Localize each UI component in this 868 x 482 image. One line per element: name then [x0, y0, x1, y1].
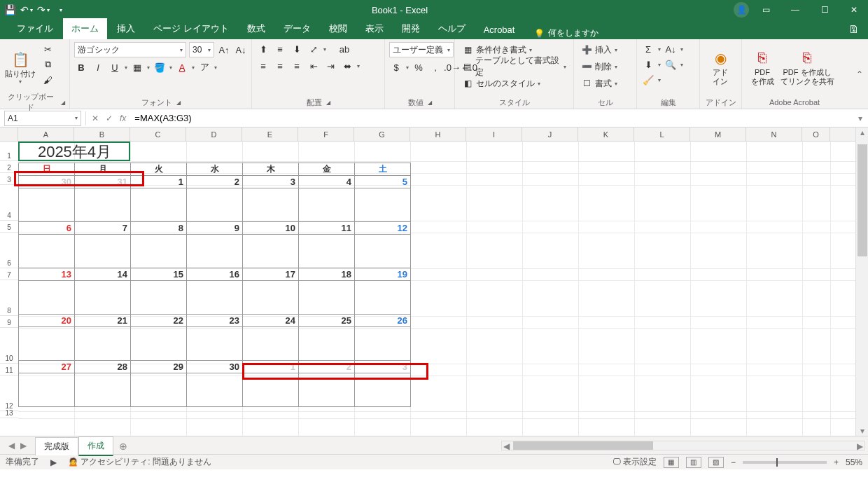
addins-button[interactable]: ◉アド イン — [704, 42, 736, 92]
hscroll-thumb[interactable] — [513, 441, 653, 450]
row-header-5[interactable]: 5 — [0, 221, 18, 233]
row-header-13[interactable]: 13 — [0, 411, 18, 418]
orientation-icon[interactable]: ⤢ — [307, 42, 321, 56]
tab-data[interactable]: データ — [275, 18, 319, 39]
close-button[interactable]: ✕ — [844, 3, 864, 17]
expand-formula-bar-icon[interactable]: ▾ — [853, 113, 868, 123]
tab-review[interactable]: 校閲 — [321, 18, 356, 39]
phonetic-icon[interactable]: ア — [197, 60, 211, 74]
sheet-nav-prev-icon[interactable]: ◀ — [6, 441, 18, 450]
dialog-launcher-icon[interactable]: ◢ — [61, 99, 65, 106]
fill-color-icon[interactable]: 🪣 — [153, 60, 167, 74]
comma-icon[interactable]: , — [428, 60, 442, 74]
align-middle-icon[interactable]: ≡ — [273, 42, 287, 56]
fill-icon[interactable]: ⬇ — [641, 57, 655, 71]
italic-button[interactable]: I — [91, 60, 105, 74]
paste-button[interactable]: 📋 貼り付け ▾ — [4, 42, 36, 92]
wrap-text-icon[interactable]: ab — [337, 42, 351, 56]
column-header-E[interactable]: E — [242, 128, 298, 141]
display-settings-button[interactable]: 🖵 表示設定 — [612, 456, 657, 468]
vscroll-thumb[interactable] — [858, 144, 867, 256]
column-header-I[interactable]: I — [466, 128, 522, 141]
collapse-ribbon-icon[interactable]: ⌃ — [851, 39, 868, 109]
column-header-O[interactable]: O — [802, 128, 830, 141]
format-cells-button[interactable]: ☐書式▾ — [578, 76, 620, 91]
tab-file[interactable]: ファイル — [8, 18, 62, 39]
increase-font-icon[interactable]: A↑ — [217, 43, 231, 57]
tab-insert[interactable]: 挿入 — [108, 18, 144, 39]
autosum-icon[interactable]: Σ — [641, 42, 655, 56]
save-icon[interactable]: 💾 — [4, 4, 15, 15]
dialog-launcher-icon[interactable]: ◢ — [176, 99, 181, 106]
insert-cells-button[interactable]: ➕挿入▾ — [578, 42, 620, 57]
tab-developer[interactable]: 開発 — [393, 18, 428, 39]
tell-me[interactable]: 💡 何をしますか — [534, 27, 598, 39]
format-painter-icon[interactable]: 🖌 — [41, 73, 55, 87]
dialog-launcher-icon[interactable]: ◢ — [326, 99, 330, 106]
worksheet-grid[interactable]: ABCDEFGHIJKLMNO 12345678910111213 2025年4… — [0, 128, 868, 436]
column-header-F[interactable]: F — [298, 128, 354, 141]
delete-cells-button[interactable]: ➖削除▾ — [578, 59, 620, 74]
row-header-12[interactable]: 12 — [0, 376, 18, 411]
row-header-1[interactable]: 1 — [0, 142, 18, 161]
tab-help[interactable]: ヘルプ — [430, 18, 474, 39]
bold-button[interactable]: B — [74, 60, 88, 74]
increase-indent-icon[interactable]: ⇥ — [323, 59, 337, 73]
zoom-in-button[interactable]: + — [834, 457, 839, 467]
column-header-B[interactable]: B — [74, 128, 130, 141]
ribbon-share-icon[interactable]: 🖻 — [839, 20, 868, 39]
decrease-indent-icon[interactable]: ⇤ — [307, 59, 321, 73]
minimize-button[interactable]: — — [785, 3, 805, 17]
clear-icon[interactable]: 🧹 — [641, 73, 655, 87]
share-pdf-button[interactable]: ⎘PDF を作成し てリンクを共有 — [783, 42, 832, 92]
cell-styles-button[interactable]: ◧セルのスタイル▾ — [459, 76, 543, 91]
row-header-9[interactable]: 9 — [0, 316, 18, 328]
macro-record-icon[interactable]: ▶ — [50, 457, 57, 467]
tab-page-layout[interactable]: ページ レイアウト — [145, 18, 237, 39]
tab-acrobat[interactable]: Acrobat — [475, 20, 524, 39]
row-header-6[interactable]: 6 — [0, 233, 18, 268]
enter-formula-icon[interactable]: ✓ — [106, 113, 113, 123]
tab-home[interactable]: ホーム — [63, 18, 107, 39]
column-header-L[interactable]: L — [634, 128, 690, 141]
zoom-slider[interactable] — [743, 461, 827, 464]
accessibility-status[interactable]: 🙍 アクセシビリティ: 問題ありません — [68, 456, 211, 468]
name-box[interactable]: A1▾ — [4, 111, 81, 126]
customize-qat-icon[interactable]: ▾ — [55, 4, 66, 15]
row-header-10[interactable]: 10 — [0, 328, 18, 364]
fx-icon[interactable]: fx — [120, 113, 126, 123]
column-header-K[interactable]: K — [578, 128, 634, 141]
page-layout-view-icon[interactable]: ▥ — [686, 457, 701, 468]
vertical-scrollbar[interactable]: ▴ ▾ — [855, 128, 868, 436]
decrease-font-icon[interactable]: A↓ — [234, 43, 248, 57]
maximize-button[interactable]: ☐ — [815, 3, 834, 17]
redo-icon[interactable]: ↷▾ — [38, 4, 49, 15]
copy-icon[interactable]: ⧉ — [41, 57, 55, 71]
zoom-out-button[interactable]: − — [731, 457, 736, 467]
row-header-7[interactable]: 7 — [0, 268, 18, 280]
row-header-11[interactable]: 11 — [0, 364, 18, 376]
create-pdf-button[interactable]: ⎘PDF を作成 — [746, 42, 778, 92]
column-header-N[interactable]: N — [746, 128, 802, 141]
cut-icon[interactable]: ✂ — [41, 42, 55, 56]
column-header-C[interactable]: C — [130, 128, 186, 141]
formula-input[interactable] — [132, 111, 853, 126]
normal-view-icon[interactable]: ▦ — [664, 457, 679, 468]
row-header-4[interactable]: 4 — [0, 185, 18, 221]
align-left-icon[interactable]: ≡ — [256, 59, 270, 73]
sort-filter-icon[interactable]: A↓ — [664, 42, 678, 56]
column-header-D[interactable]: D — [186, 128, 242, 141]
tab-view[interactable]: 表示 — [357, 18, 392, 39]
align-right-icon[interactable]: ≡ — [290, 59, 304, 73]
column-header-G[interactable]: G — [354, 128, 410, 141]
number-format-combo[interactable]: ユーザー定義▾ — [389, 42, 454, 57]
sheet-nav-next-icon[interactable]: ▶ — [18, 441, 29, 450]
dialog-launcher-icon[interactable]: ◢ — [428, 99, 432, 106]
align-center-icon[interactable]: ≡ — [273, 59, 287, 73]
find-icon[interactable]: 🔍 — [664, 57, 678, 71]
column-header-A[interactable]: A — [18, 128, 74, 141]
sheet-tab-0[interactable]: 完成版 — [35, 437, 78, 455]
merge-icon[interactable]: ⬌ — [340, 59, 354, 73]
tab-formulas[interactable]: 数式 — [239, 18, 274, 39]
undo-icon[interactable]: ↶▾ — [21, 4, 32, 15]
